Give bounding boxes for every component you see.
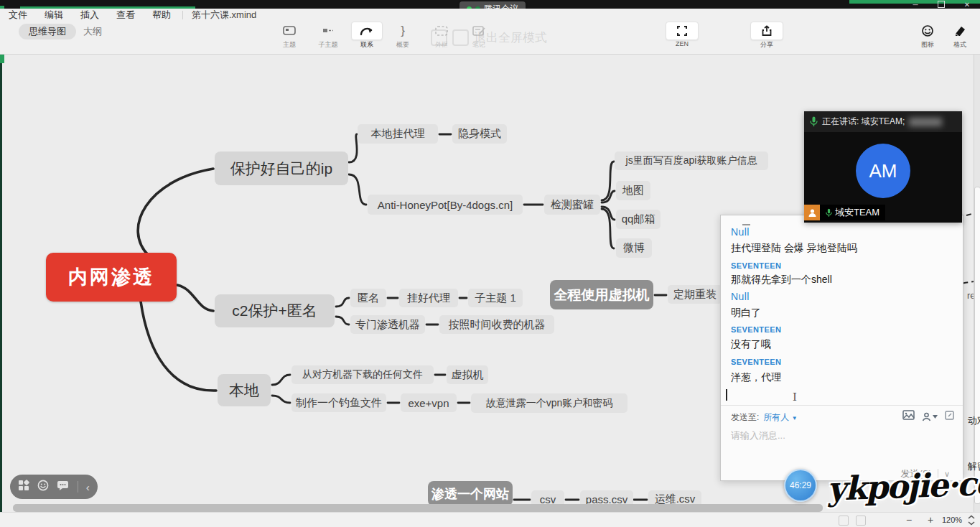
video-tile: AM 域安TEAM: [804, 132, 962, 223]
mindmap-node[interactable]: 微博: [616, 238, 652, 258]
chat-sender: SEVENTEEN: [731, 358, 781, 366]
maximize-button[interactable]: [933, 0, 949, 9]
chat-input[interactable]: 请输入消息...: [731, 429, 785, 442]
mindmap-node[interactable]: c2保护+匿名: [215, 294, 335, 327]
text-cursor: [726, 389, 727, 401]
mindmap-node[interactable]: 子主题 1: [468, 289, 523, 307]
chat-message: 挂代理登陆 会爆 异地登陆吗: [731, 242, 857, 255]
maximize-icon: [938, 1, 945, 8]
zoom-out-button[interactable]: −: [906, 514, 912, 526]
mindmap-node[interactable]: 制作一个钓鱼文件: [291, 393, 386, 412]
participant-label: 域安TEAM: [804, 205, 885, 220]
watermark: ykpojie·com: [826, 463, 980, 508]
chat-sender: SEVENTEEN: [731, 325, 781, 334]
host-badge-icon: [804, 205, 820, 220]
chat-message: 明白了: [731, 307, 761, 320]
mic-icon: [826, 208, 832, 218]
side-fragment-top: 动对: [968, 414, 980, 427]
mindmap-node[interactable]: 匿名: [350, 289, 386, 307]
statusbar: − + 120%: [0, 512, 980, 527]
mindmap-node[interactable]: 保护好自己的ip: [215, 151, 348, 185]
mindmap-node[interactable]: 从对方机器下载的任何文件: [291, 365, 434, 384]
chat-bubble-icon[interactable]: [57, 480, 69, 494]
minimize-button[interactable]: ─: [907, 0, 923, 9]
ibeam-mouse-cursor: I: [793, 391, 797, 404]
collapse-chevron-icon[interactable]: ‹: [86, 482, 90, 493]
mic-icon: [810, 116, 818, 127]
mindmap-node[interactable]: qq邮箱: [616, 210, 661, 229]
participant-avatar: AM: [856, 144, 910, 198]
chat-sender: Null: [731, 291, 750, 302]
mindmap-node[interactable]: 本地: [218, 374, 271, 406]
mindmap-node[interactable]: exe+vpn: [401, 393, 457, 412]
mindmap-node[interactable]: 挂好代理: [399, 289, 458, 307]
participant-name: 域安TEAM: [835, 206, 879, 219]
mindmap-node-central[interactable]: 内网渗透: [46, 253, 177, 302]
mindmap-node[interactable]: 隐身模式: [452, 124, 507, 144]
pill-divider: [78, 481, 78, 493]
mindmap-node[interactable]: 按照时间收费的机器: [439, 315, 554, 334]
speaking-header: 正在讲话: 域安TEAM;: [804, 111, 962, 132]
mindmap-node[interactable]: 渗透一个网站: [428, 481, 513, 506]
meeting-timer[interactable]: 46:29: [784, 469, 817, 502]
mindmap-node[interactable]: 本地挂代理: [358, 124, 438, 144]
zoom-stepper[interactable]: [968, 515, 975, 527]
mindmap-node[interactable]: 检测蜜罐: [544, 195, 600, 215]
image-attach-icon[interactable]: [902, 410, 915, 423]
horizontal-scrollbar[interactable]: [13, 504, 823, 512]
meeting-chat-panel: Null 挂代理登陆 会爆 异地登陆吗 SEVENTEEN 那就得先拿到一个sh…: [720, 215, 963, 481]
overview-icon[interactable]: [856, 516, 866, 526]
mindmap-node[interactable]: Anti-HoneyPot[By-4dogs.cn]: [368, 195, 523, 215]
meeting-video-panel[interactable]: 正在讲话: 域安TEAM; AM 域安TEAM: [804, 111, 962, 223]
chat-footer: 发送至: 所有人 ▼ 请输入消息... 发送: [721, 405, 963, 406]
chat-sender: Null: [731, 226, 750, 238]
mindmap-node[interactable]: 地图: [616, 181, 650, 200]
vertical-scrollbar-thumb[interactable]: [974, 187, 980, 504]
dropdown-caret-icon: ▼: [792, 415, 798, 421]
send-to-select[interactable]: 所有人 ▼: [763, 411, 797, 424]
blurred-name: [909, 118, 942, 126]
chat-sender: SEVENTEEN: [731, 261, 781, 270]
chat-message: 那就得先拿到一个shell: [731, 274, 832, 286]
emoji-icon[interactable]: [37, 480, 49, 494]
scrolled-message-remnant: [742, 224, 750, 225]
mindmap-node[interactable]: js里面写百度api获取账户信息: [615, 151, 768, 170]
close-button[interactable]: ✕: [959, 0, 975, 9]
mention-user-icon[interactable]: [922, 412, 938, 421]
send-to-label: 发送至:: [731, 411, 759, 424]
mindmap-node[interactable]: 全程使用虚拟机: [550, 280, 653, 309]
zoom-level: 120%: [942, 516, 962, 524]
zoom-in-button[interactable]: +: [928, 514, 933, 526]
screen: ─ ✕ 腾讯会议 文件 编辑 插入 查看 帮助 第十六课.xmind 思维导图 …: [0, 0, 980, 527]
popout-icon[interactable]: [945, 410, 954, 423]
chat-message: 洋葱，代理: [731, 371, 781, 384]
chat-message: 没有了哦: [731, 338, 771, 351]
speaking-header-text: 正在讲话: 域安TEAM;: [822, 116, 905, 128]
stickers-icon[interactable]: [18, 480, 29, 494]
sheet-icon[interactable]: [839, 516, 849, 526]
mindmap-node[interactable]: 虚拟机: [447, 365, 488, 384]
mindmap-node[interactable]: 专门渗透机器: [350, 315, 425, 334]
mindmap-node[interactable]: 定期重装: [668, 285, 722, 304]
floating-toolbar-pill: ‹: [10, 475, 98, 499]
mindmap-node[interactable]: 故意泄露一个vpn账户和密码: [471, 393, 627, 413]
